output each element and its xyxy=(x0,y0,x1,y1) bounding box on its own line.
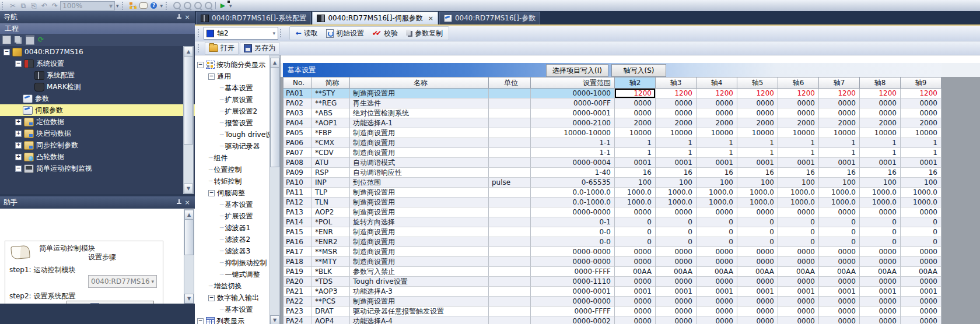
axis-value-cell[interactable]: 0000 xyxy=(778,307,819,316)
axis-value-cell[interactable]: 10000 xyxy=(778,128,819,138)
nav-tree-item[interactable]: +定位数据 xyxy=(0,116,195,128)
axis-value-cell[interactable]: 0 xyxy=(615,227,656,237)
param-abbr-cell[interactable]: *TDS xyxy=(312,277,350,287)
param-abbr-cell[interactable]: **STY xyxy=(312,89,350,98)
axis-value-cell[interactable]: 0000 xyxy=(860,108,901,118)
axis-value-cell[interactable]: 100 xyxy=(860,178,901,188)
param-range-cell[interactable]: 1-1 xyxy=(531,148,615,158)
param-no-cell[interactable]: PA04 xyxy=(283,118,312,128)
axis-value-cell[interactable]: 100 xyxy=(819,178,860,188)
toolbar-grip[interactable] xyxy=(198,29,202,37)
axis-value-cell[interactable]: 100 xyxy=(901,178,942,188)
axis-value-cell[interactable]: 0000 xyxy=(901,108,942,118)
axis-value-cell[interactable]: 1 xyxy=(696,148,737,158)
param-range-cell[interactable]: 0000-FFFF xyxy=(531,267,615,277)
param-unit-cell[interactable] xyxy=(489,297,531,307)
axis-value-cell[interactable]: 0000 xyxy=(901,307,942,316)
axis-value-cell[interactable]: 16 xyxy=(860,168,901,178)
axis-value-cell[interactable]: 0 xyxy=(778,237,819,247)
undo-icon[interactable]: ↶ xyxy=(39,1,50,10)
param-no-cell[interactable]: PA20 xyxy=(283,277,312,287)
axis-value-cell[interactable]: 2000 xyxy=(860,118,901,128)
param-unit-cell[interactable] xyxy=(489,207,531,217)
nav-tree-item[interactable]: +凸轮数据 xyxy=(0,151,195,163)
axis-value-cell[interactable]: 2000 xyxy=(778,118,819,128)
axis-value-cell[interactable]: 0000 xyxy=(737,297,778,307)
param-range-cell[interactable]: 0000-0000 xyxy=(531,257,615,267)
toolbar-overflow-icon[interactable]: ▾ xyxy=(160,3,163,9)
column-header[interactable]: 名称 xyxy=(350,77,489,89)
param-no-cell[interactable]: PA10 xyxy=(283,178,312,188)
axis-value-cell[interactable]: 0 xyxy=(901,217,942,227)
axis-value-cell[interactable]: 1200 xyxy=(860,89,901,98)
axis-write-button[interactable]: 轴写入(S) xyxy=(611,64,666,77)
axis-column-header[interactable]: 轴9 xyxy=(901,77,942,89)
param-abbr-cell[interactable]: **MTY xyxy=(312,257,350,267)
axis-value-cell[interactable]: 0 xyxy=(737,237,778,247)
axis-value-cell[interactable]: 0001 xyxy=(819,158,860,168)
param-no-cell[interactable]: PA18 xyxy=(283,257,312,267)
toolbar-grip[interactable] xyxy=(2,2,6,10)
function-tree-item[interactable]: ····报警设置 xyxy=(195,117,271,129)
axis-value-cell[interactable]: 0001 xyxy=(860,287,901,297)
axis-value-cell[interactable]: 1 xyxy=(819,138,860,148)
function-tree-item[interactable]: ····滤波器1 xyxy=(195,222,271,234)
axis-value-cell[interactable]: 0000 xyxy=(778,207,819,217)
function-tree-item[interactable]: ····基本设置 xyxy=(195,304,271,315)
expand-icon[interactable]: + xyxy=(15,154,22,160)
axis-column-header[interactable]: 轴4 xyxy=(696,77,737,89)
axis-value-cell[interactable]: 0000 xyxy=(901,247,942,257)
param-name-cell[interactable]: 制造商设置用 xyxy=(350,227,489,237)
axis-value-cell[interactable]: 100 xyxy=(737,178,778,188)
axis-value-cell[interactable]: 0000 xyxy=(656,297,696,307)
axis-value-cell[interactable]: 10000 xyxy=(860,128,901,138)
toolbar-grip[interactable] xyxy=(122,2,126,10)
axis-value-cell[interactable]: 0000 xyxy=(656,277,696,287)
param-range-cell[interactable]: 1-40 xyxy=(531,168,615,178)
nav-tree-item[interactable]: 参数 xyxy=(0,93,195,104)
function-tree-item[interactable]: ····滤波器3 xyxy=(195,245,271,257)
axis-value-cell[interactable]: 0000 xyxy=(615,277,656,287)
axis-value-cell[interactable]: 0000 xyxy=(737,247,778,257)
param-name-cell[interactable]: 旋转方向选择 xyxy=(350,217,489,227)
axis-value-cell[interactable]: 1000.0 xyxy=(860,188,901,198)
axis-value-cell[interactable]: 0 xyxy=(860,217,901,227)
param-no-cell[interactable]: PA14 xyxy=(283,217,312,227)
axis-value-cell[interactable]: 0000 xyxy=(696,297,737,307)
axis-value-cell[interactable]: 0001 xyxy=(819,287,860,297)
axis-value-cell[interactable]: 1000.0 xyxy=(819,198,860,207)
param-abbr-cell[interactable]: AOP4 xyxy=(312,316,350,324)
param-name-cell[interactable]: 到位范围 xyxy=(350,178,489,188)
param-no-cell[interactable]: PA02 xyxy=(283,98,312,108)
axis-value-cell[interactable]: 1000.0 xyxy=(778,198,819,207)
column-header[interactable]: No. xyxy=(283,77,312,89)
axis-value-cell[interactable]: 0 xyxy=(778,227,819,237)
axis-value-cell[interactable]: 1 xyxy=(778,138,819,148)
axis-value-cell[interactable]: 1200 xyxy=(696,89,737,98)
axis-value-cell[interactable]: 0000 xyxy=(901,98,942,108)
axis-value-cell[interactable]: 0000 xyxy=(696,257,737,267)
axis-column-header[interactable]: 轴2 xyxy=(615,77,656,89)
axis-value-cell[interactable]: 0 xyxy=(656,217,696,227)
param-abbr-cell[interactable]: *FBP xyxy=(312,128,350,138)
axis-value-cell[interactable]: 0001 xyxy=(901,158,942,168)
axis-value-cell[interactable]: 0001 xyxy=(615,158,656,168)
param-range-cell[interactable]: 0-65535 xyxy=(531,178,615,188)
param-no-cell[interactable]: PA01 xyxy=(283,89,312,98)
param-range-cell[interactable]: 0-1 xyxy=(531,217,615,227)
param-unit-cell[interactable] xyxy=(489,108,531,118)
axis-value-cell[interactable]: 1 xyxy=(696,138,737,148)
read-button[interactable]: ← 读取 xyxy=(292,27,321,39)
function-tree-scrollbar[interactable]: ▲ ▼ xyxy=(270,55,280,324)
param-abbr-cell[interactable]: ATU xyxy=(312,158,350,168)
param-range-cell[interactable]: 0.0-1000.0 xyxy=(531,198,615,207)
param-no-cell[interactable]: PA17 xyxy=(283,247,312,257)
param-unit-cell[interactable] xyxy=(489,247,531,257)
axis-value-cell[interactable]: 0000 xyxy=(656,307,696,316)
param-unit-cell[interactable] xyxy=(489,267,531,277)
param-name-cell[interactable]: 制造商设置用 xyxy=(350,257,489,267)
axis-column-header[interactable]: 轴6 xyxy=(778,77,819,89)
axis-value-cell[interactable]: 0000 xyxy=(819,297,860,307)
close-icon[interactable]: × xyxy=(183,13,191,21)
function-tree-item[interactable]: ····滤波器2 xyxy=(195,234,271,245)
